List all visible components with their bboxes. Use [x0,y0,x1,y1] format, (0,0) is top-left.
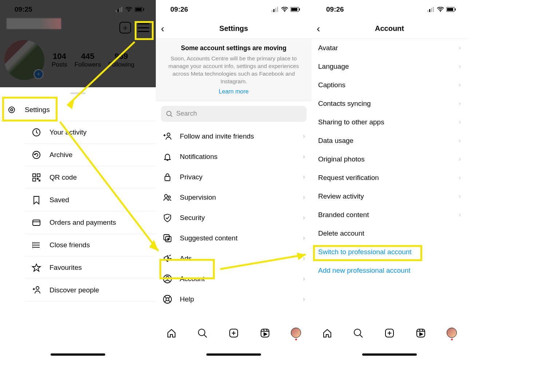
settings-item-help[interactable]: Help› [156,289,312,309]
svg-line-83 [220,255,306,269]
account-item-contacts-syncing[interactable]: Contacts syncing› [312,94,467,113]
account-link-add-pro[interactable]: Add new professional account [312,261,467,280]
svg-point-66 [440,11,441,12]
account-item-request-verification[interactable]: Request verification› [312,168,467,187]
home-indicator [51,353,105,356]
menu-item-discover[interactable]: Discover people [25,279,156,301]
chevron-right-icon: › [303,295,305,303]
tab-search[interactable] [353,328,363,340]
discover-icon [31,285,41,295]
chevron-right-icon: › [459,118,461,126]
svg-rect-31 [291,8,297,11]
account-label: Captions [318,81,345,89]
settings-item-follow-invite[interactable]: Follow and invite friends› [156,126,312,147]
settings-item-suggested[interactable]: Suggested content› [156,228,312,248]
settings-label: Follow and invite friends [180,132,254,140]
chevron-right-icon: › [459,155,461,163]
back-button[interactable]: ‹ [161,23,164,35]
account-item-avatar[interactable]: Avatar› [312,39,467,57]
account-item-language[interactable]: Language› [312,57,467,76]
learn-more-link[interactable]: Learn more [168,88,299,95]
settings-item-notifications[interactable]: Notifications› [156,147,312,167]
settings-label: Help [180,295,194,303]
page-title: Account [375,24,404,33]
favourites-icon [31,263,41,273]
highlight-hamburger [135,21,154,40]
svg-point-4 [128,11,130,12]
account-item-captions[interactable]: Captions› [312,76,467,94]
svg-line-43 [169,255,171,256]
tab-profile[interactable] [447,328,457,340]
account-label: Data usage [318,137,353,145]
tab-create[interactable] [229,328,239,340]
settings-item-security[interactable]: Security› [156,208,312,228]
account-label: Branded content [318,211,369,219]
back-button[interactable]: ‹ [317,23,320,35]
orders-icon [31,217,41,228]
search-input[interactable]: Search [161,106,306,122]
status-icons [427,7,456,12]
account-item-sharing-apps[interactable]: Sharing to other apps› [312,113,467,131]
phone-settings: 09:26 ‹ Settings Some account settings a… [156,0,312,392]
svg-rect-68 [447,8,453,11]
tab-bar [312,323,467,345]
menu-label: Discover people [50,286,99,294]
status-icons [116,7,145,12]
chevron-right-icon: › [303,132,305,140]
archive-icon [31,150,41,160]
svg-rect-63 [429,9,430,12]
account-item-branded-content[interactable]: Branded content› [312,205,467,224]
tab-reels[interactable] [416,328,426,340]
chevron-right-icon: › [459,44,461,52]
chevron-right-icon: › [303,234,305,242]
svg-line-51 [165,300,166,302]
svg-rect-28 [277,7,278,12]
svg-rect-0 [116,10,117,12]
svg-point-22 [36,287,39,289]
account-item-original-photos[interactable]: Original photos› [312,150,467,168]
arrow-settings-to-account [56,120,169,258]
svg-point-29 [284,11,285,12]
battery-icon [446,7,456,12]
svg-rect-17 [33,220,40,225]
account-item-data-usage[interactable]: Data usage› [312,131,467,150]
account-item-review-activity[interactable]: Review activity› [312,187,467,205]
wifi-icon [281,7,288,12]
settings-header: ‹ Settings [156,19,312,39]
settings-item-privacy[interactable]: Privacy› [156,167,312,187]
settings-item-supervision[interactable]: Supervision› [156,187,312,208]
account-link-label: Add new professional account [318,267,411,275]
settings-label: Privacy [180,173,202,181]
svg-point-53 [198,329,205,336]
page-title: Settings [219,24,248,33]
account-label: Request verification [318,174,379,182]
tab-profile[interactable] [291,328,301,340]
chevron-right-icon: › [459,100,461,107]
highlight-switch-pro [313,245,422,261]
svg-rect-12 [33,174,36,177]
menu-item-favourites[interactable]: Favourites [25,256,156,279]
close-friends-icon [31,240,41,250]
chevron-right-icon: › [459,192,461,200]
tab-create[interactable] [384,328,395,340]
help-icon [162,294,173,304]
signal-icon [427,7,435,12]
status-time: 09:25 [15,5,32,13]
tab-search[interactable] [197,328,207,340]
signal-icon [272,7,279,12]
highlight-account [159,259,215,279]
svg-line-49 [165,296,166,298]
account-header: ‹ Account [312,19,467,39]
tab-reels[interactable] [260,328,270,340]
username-redacted [7,18,61,29]
svg-rect-15 [37,178,38,179]
chevron-right-icon: › [459,63,461,70]
account-label: Language [318,63,349,71]
settings-label: Notifications [180,153,218,161]
account-item-delete-account[interactable]: Delete account [312,224,467,243]
tab-home[interactable] [166,328,177,340]
account-label: Original photos [318,155,365,163]
svg-rect-32 [299,8,300,11]
svg-rect-62 [427,10,428,12]
tab-home[interactable] [322,328,332,340]
